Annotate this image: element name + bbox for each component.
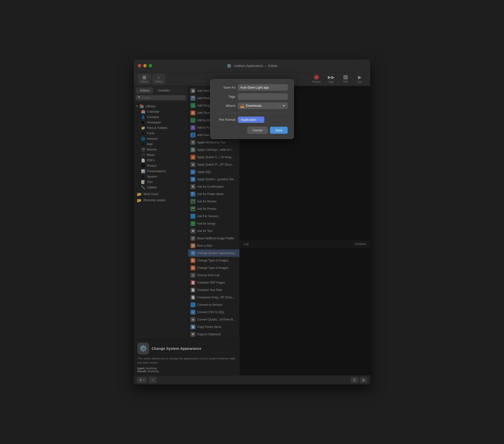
- where-select[interactable]: 📥 Downloads ⌃⌄ ▼: [238, 103, 288, 109]
- save-as-label: Save As:: [216, 86, 236, 89]
- save-as-input[interactable]: [238, 84, 288, 90]
- where-label: Where:: [216, 104, 236, 107]
- file-format-label: File Format:: [216, 118, 236, 122]
- chevron-up-down-icon: ⌃⌄: [277, 104, 281, 107]
- where-row: Where: 📥 Downloads ⌃⌄ ▼: [216, 103, 288, 109]
- format-chevron-icon: ⌃⌄: [258, 118, 262, 121]
- main-window: ⚙️ Untitled (Application) — Edited ▦ Lib…: [134, 59, 370, 385]
- cancel-button[interactable]: Cancel: [247, 127, 268, 134]
- save-as-row: Save As:: [216, 84, 288, 90]
- file-format-value: Application: [241, 118, 256, 122]
- tags-input[interactable]: [238, 93, 288, 100]
- save-button[interactable]: Save: [270, 127, 288, 134]
- file-format-select[interactable]: Application ⌃⌄: [238, 117, 264, 123]
- tags-label: Tags:: [216, 95, 236, 98]
- where-value-label: Downloads: [246, 104, 262, 107]
- dialog-divider: [216, 113, 288, 113]
- save-dialog: Save As: Tags: Where: 📥 Downloads ⌃⌄ ▼: [210, 79, 294, 139]
- dialog-overlay: Save As: Tags: Where: 📥 Downloads ⌃⌄ ▼: [134, 59, 370, 385]
- dialog-buttons: Cancel Save: [216, 127, 288, 134]
- format-row: File Format: Application ⌃⌄: [216, 117, 288, 123]
- expand-icon[interactable]: ▼: [282, 104, 286, 108]
- where-inner: 📥 Downloads: [240, 104, 262, 108]
- downloads-icon: 📥: [240, 104, 244, 108]
- tags-row: Tags:: [216, 93, 288, 100]
